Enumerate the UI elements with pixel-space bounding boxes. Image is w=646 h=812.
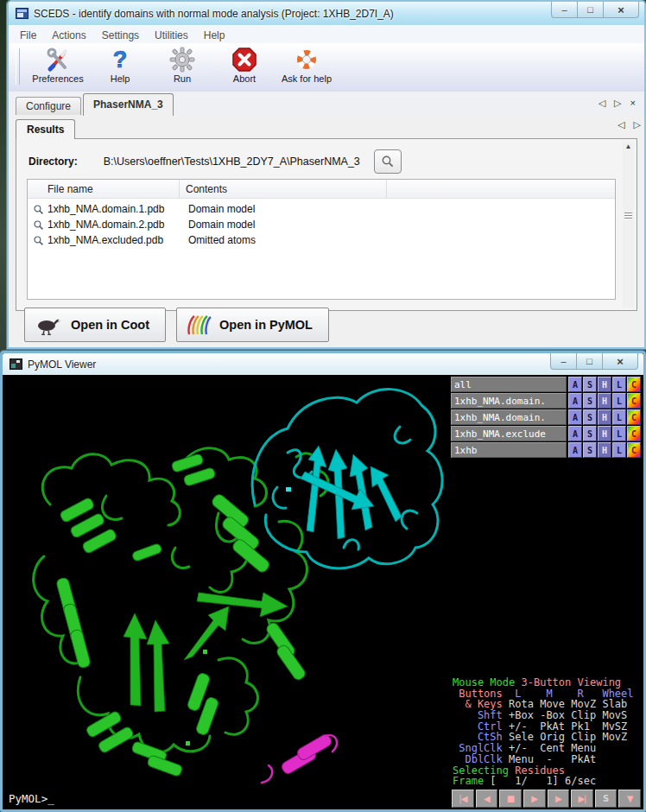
object-h-button[interactable]: H xyxy=(598,426,611,441)
question-icon: ? xyxy=(107,47,133,73)
object-h-button[interactable]: H xyxy=(598,377,611,392)
results-next-arrow-icon[interactable]: ▷ xyxy=(634,119,641,130)
menu-help[interactable]: Help xyxy=(196,28,233,43)
skip-end-button[interactable]: ▶| xyxy=(571,790,593,808)
pymol-window: PyMOL Viewer –□× xyxy=(0,351,646,812)
toolbar-grip[interactable] xyxy=(16,48,20,85)
menu-bar: FileActionsSettingsUtilitiesHelp xyxy=(9,25,644,45)
open-in-pymol-button[interactable]: Open in PyMOL xyxy=(176,308,329,342)
object-c-button[interactable]: C xyxy=(627,393,641,409)
magnifier-icon xyxy=(33,204,46,215)
toolbar-label: Run xyxy=(174,73,191,84)
object-a-button[interactable]: A xyxy=(568,442,582,458)
object-l-button[interactable]: L xyxy=(612,409,626,425)
object-s-button[interactable]: S xyxy=(583,377,597,392)
results-prev-arrow-icon[interactable]: ◁ xyxy=(618,119,624,130)
tab-results[interactable]: Results xyxy=(16,119,75,139)
object-a-button[interactable]: A xyxy=(568,426,582,441)
table-row[interactable]: 1xhb_NMA.domain.1.pdbDomain model xyxy=(28,201,615,217)
menu-utilities[interactable]: Utilities xyxy=(147,28,196,43)
object-s-button[interactable]: S xyxy=(583,442,597,458)
results-scrollbar[interactable]: ▲ xyxy=(623,142,634,308)
object-l-button[interactable]: L xyxy=(612,426,626,441)
object-a-button[interactable]: A xyxy=(568,393,582,409)
button-label: Open in PyMOL xyxy=(219,318,313,332)
object-l-button[interactable]: L xyxy=(612,393,626,409)
sceds-app-icon xyxy=(16,8,28,19)
minimize-button[interactable]: – xyxy=(551,2,578,18)
scrollbar-grip[interactable] xyxy=(624,213,632,220)
object-s-button[interactable]: S xyxy=(583,426,597,441)
table-row[interactable]: 1xhb_NMA.excluded.pdbOmitted atoms xyxy=(28,232,615,248)
object-name[interactable]: 1xhb_NMA.domain. xyxy=(451,409,567,425)
maximize-button[interactable]: □ xyxy=(576,353,603,370)
directory-row: Directory: B:\Users\oeffner\Tests\1XHB_2… xyxy=(28,149,402,174)
tab-phasernma-3[interactable]: PhaserNMA_3 xyxy=(83,93,174,116)
scroll-up-icon[interactable]: ▲ xyxy=(625,143,632,150)
object-c-button[interactable]: C xyxy=(627,426,641,441)
object-c-button[interactable]: C xyxy=(627,442,641,458)
menu-settings[interactable]: Settings xyxy=(94,28,147,43)
magnifier-icon xyxy=(33,235,46,246)
sceds-titlebar[interactable]: SCEDS - identify domains with normal mod… xyxy=(9,2,644,25)
magnifier-icon xyxy=(33,219,46,231)
file-name-cell: 1xhb_NMA.excluded.pdb xyxy=(46,234,181,246)
contents-cell: Domain model xyxy=(181,203,255,215)
object-row: allASHLC xyxy=(451,377,642,392)
step-forward-button[interactable]: ▶ xyxy=(548,790,570,808)
object-a-button[interactable]: A xyxy=(568,377,582,392)
object-l-button[interactable]: L xyxy=(612,442,626,458)
lifebuoy-icon xyxy=(294,47,320,73)
menu-down-button[interactable]: ▼ xyxy=(618,790,641,808)
step-back-button[interactable]: ◀ xyxy=(476,790,498,808)
tab-configure[interactable]: Configure xyxy=(16,97,81,115)
open-in-coot-button[interactable]: Open in Coot xyxy=(24,308,166,342)
help-button[interactable]: ? Help xyxy=(89,47,151,84)
object-a-button[interactable]: A xyxy=(568,409,582,425)
menu-actions[interactable]: Actions xyxy=(44,28,93,43)
tab-prev-arrow-icon[interactable]: ◁ xyxy=(598,98,605,109)
notebook-tab-bar: Configure PhaserNMA_3 ◁ ▷ × xyxy=(9,92,644,116)
maximize-button[interactable]: □ xyxy=(577,2,604,18)
stop-button[interactable]: ■ xyxy=(499,790,522,808)
object-h-button[interactable]: H xyxy=(598,442,611,458)
abort-button[interactable]: Abort xyxy=(213,47,276,84)
tab-close-icon[interactable]: × xyxy=(630,98,636,109)
object-c-button[interactable]: C xyxy=(627,409,641,425)
browse-directory-button[interactable] xyxy=(374,149,402,174)
search-icon xyxy=(381,155,395,168)
file-name-cell: 1xhb_NMA.domain.2.pdb xyxy=(46,219,181,231)
object-s-button[interactable]: S xyxy=(583,393,597,409)
menu-file[interactable]: File xyxy=(12,28,44,43)
object-c-button[interactable]: C xyxy=(627,377,641,392)
skip-start-button[interactable]: |◀ xyxy=(452,790,474,808)
pymol-side-panel: allASHLC1xhb_NMA.domain.ASHLC1xhb_NMA.do… xyxy=(449,375,643,809)
object-l-button[interactable]: L xyxy=(612,377,626,392)
object-name[interactable]: 1xhb_NMA.exclude xyxy=(451,426,567,441)
close-button[interactable]: × xyxy=(602,353,638,370)
file-table-body: 1xhb_NMA.domain.1.pdbDomain model1xhb_NM… xyxy=(28,199,615,248)
column-header-file-name[interactable]: File name xyxy=(28,180,180,198)
table-row[interactable]: 1xhb_NMA.domain.2.pdbDomain model xyxy=(28,217,615,232)
scene-button[interactable]: S xyxy=(595,790,618,808)
object-h-button[interactable]: H xyxy=(598,409,611,425)
object-s-button[interactable]: S xyxy=(583,409,597,425)
run-button[interactable]: Run xyxy=(151,47,213,84)
panel-spacer xyxy=(451,459,642,677)
tab-next-arrow-icon[interactable]: ▷ xyxy=(614,98,621,109)
minimize-button[interactable]: – xyxy=(550,353,577,370)
ask-for-help-button[interactable]: Ask for help xyxy=(276,47,338,84)
preferences-button[interactable]: Preferences xyxy=(27,47,89,84)
object-name[interactable]: all xyxy=(451,377,567,392)
close-button[interactable]: × xyxy=(603,2,639,18)
molecule-viewport[interactable]: PyMOL>_ xyxy=(3,375,449,809)
object-h-button[interactable]: H xyxy=(598,393,611,409)
sceds-window-title: SCEDS - identify domains with normal mod… xyxy=(34,8,394,20)
column-header-contents[interactable]: Contents xyxy=(180,180,387,198)
object-name[interactable]: 1xhb_NMA.domain. xyxy=(451,393,567,409)
pymol-titlebar[interactable]: PyMOL Viewer –□× xyxy=(3,353,643,375)
phasernma-page: Results ◁ ▷ Directory: B:\Users\oeffner\… xyxy=(9,115,644,347)
play-button[interactable]: ▶ xyxy=(523,790,546,808)
object-name[interactable]: 1xhb xyxy=(451,442,567,458)
pymol-command-prompt[interactable]: PyMOL>_ xyxy=(9,792,54,805)
